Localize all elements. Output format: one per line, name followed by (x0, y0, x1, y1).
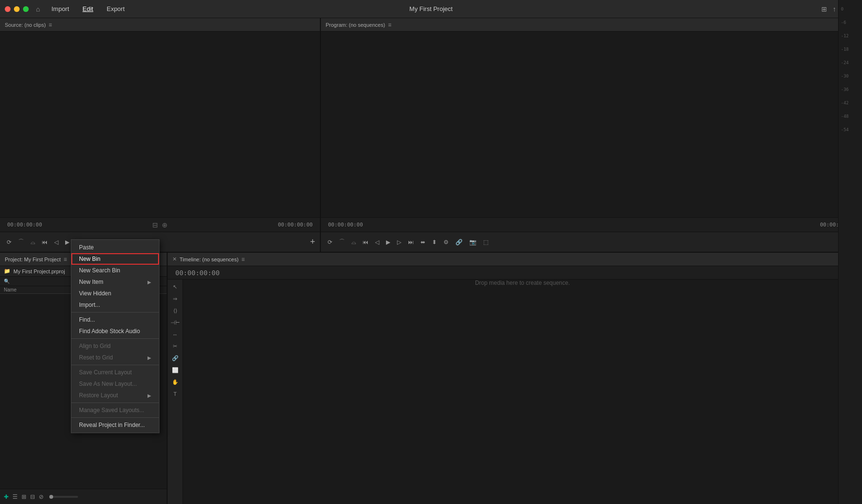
window-title: My First Project (409, 5, 453, 12)
track-select-fwd-tool[interactable]: ⇒ (171, 294, 179, 303)
menu-export[interactable]: Export (105, 4, 127, 13)
menu-import[interactable]: Import (49, 4, 71, 13)
ctx-item-new-item[interactable]: New Item▶ (71, 276, 159, 288)
mark-out-btn[interactable]: ⌓ (29, 238, 37, 246)
prog-loop-btn[interactable]: ⟳ (326, 238, 334, 246)
selection-tool[interactable]: ↖ (171, 282, 179, 291)
project-title: Project: My First Project (5, 257, 61, 262)
menu-edit[interactable]: Edit (80, 4, 95, 13)
minimize-button[interactable] (14, 6, 20, 12)
source-footer: 00:00:00:00 ⊟ ⊕ 00:00:00:00 (0, 217, 320, 232)
title-bar: ⌂ Import Edit Export My First Project ⊞ … (0, 0, 862, 18)
window-controls (5, 6, 29, 12)
prog-mark-out-btn[interactable]: ⌓ (350, 238, 358, 246)
timeline-drop-message: Drop media here to create sequence. (475, 280, 570, 286)
prog-trim-btn[interactable]: ⚙ (442, 238, 451, 246)
program-timecode-left: 00:00:00:00 (328, 222, 363, 228)
prog-mark-in-btn[interactable]: ⌒ (337, 237, 347, 247)
timeline-timecode: 00:00:00:00 (172, 268, 223, 278)
timeline-main-area: Drop media here to create sequence. (183, 280, 862, 504)
ctx-arrow-reset-grid: ▶ (147, 355, 151, 360)
ctx-label-save-new-layout: Save As New Layout... (79, 381, 137, 387)
timeline-menu-icon[interactable]: ≡ (241, 256, 245, 263)
level-meter: 0-6-12-18-24-30-36-42-48-54 (838, 0, 862, 504)
maximize-button[interactable] (23, 6, 29, 12)
size-slider[interactable] (49, 496, 78, 498)
source-menu-icon[interactable]: ≡ (49, 22, 52, 28)
ctx-label-manage-layouts: Manage Saved Layouts... (79, 407, 144, 414)
prog-next-edit-btn[interactable]: ⏭ (406, 238, 416, 246)
prog-step-back-btn[interactable]: ◁ (373, 238, 381, 246)
ctx-item-manage-layouts: Manage Saved Layouts... (71, 404, 159, 416)
ctx-item-paste[interactable]: Paste (71, 242, 159, 253)
ctx-item-save-new-layout: Save As New Layout... (71, 378, 159, 390)
ctx-item-view-hidden[interactable]: View Hidden (71, 288, 159, 299)
ruler-mark-9: -54 (839, 123, 862, 136)
home-icon[interactable]: ⌂ (36, 5, 40, 13)
mark-in-btn[interactable]: ⌒ (16, 237, 26, 247)
prev-edit-btn[interactable]: ⏮ (40, 238, 49, 246)
share-icon[interactable]: ↑ (833, 5, 836, 13)
prog-prev-edit-btn[interactable]: ⏮ (361, 238, 370, 246)
ctx-item-new-bin[interactable]: New Bin (71, 253, 159, 265)
loop-btn[interactable]: ⟳ (5, 238, 13, 246)
col-name: Name (4, 287, 17, 292)
source-panel-header: Source: (no clips) ≡ (0, 18, 320, 32)
new-item-icon[interactable]: ✚ (4, 493, 9, 500)
top-panels: Source: (no clips) ≡ 00:00:00:00 ⊟ ⊕ 00:… (0, 18, 862, 253)
ctx-label-new-item: New Item (79, 279, 103, 285)
freeform-icon[interactable]: ⊟ (30, 493, 35, 500)
prog-step-fwd-btn[interactable]: ▷ (395, 238, 403, 246)
program-menu-icon[interactable]: ≡ (388, 22, 391, 28)
prog-safe-btn[interactable]: ⬚ (481, 238, 490, 246)
prog-camera-btn[interactable]: 📷 (467, 238, 478, 246)
rect-select-tool[interactable]: ⬜ (170, 366, 180, 375)
program-title: Program: (no sequences) (326, 22, 385, 28)
timeline-close-icon[interactable]: ✕ (172, 256, 177, 262)
ruler-mark-5: -30 (839, 69, 862, 83)
source-expand-icon[interactable]: ⊕ (162, 221, 168, 229)
source-resize-icon[interactable]: ⊟ (152, 221, 158, 229)
ctx-label-import: Import... (79, 302, 100, 308)
close-button[interactable] (5, 6, 11, 12)
ctx-item-find[interactable]: Find... (71, 314, 159, 325)
rate-stretch-tool[interactable]: ↔ (171, 330, 179, 339)
grid-view-icon[interactable]: ⊞ (22, 493, 26, 500)
prog-overwrite-btn[interactable]: ⬍ (430, 238, 439, 246)
ctx-arrow-restore-layout: ▶ (147, 393, 151, 398)
slider-thumb[interactable] (49, 495, 53, 499)
program-panel-content (321, 32, 862, 217)
ctx-label-paste: Paste (79, 244, 94, 251)
timeline-header: ✕ Timeline: (no sequences) ≡ (168, 253, 862, 266)
project-file-name: My First Project.prproj (13, 269, 65, 274)
rolling-edit-tool[interactable]: ⊣⊢ (169, 318, 181, 327)
text-tool[interactable]: T (172, 390, 178, 398)
ctx-item-import[interactable]: Import... (71, 299, 159, 311)
project-search-icon: 🔍 (4, 279, 10, 284)
ctx-item-reset-grid: Reset to Grid▶ (71, 352, 159, 363)
link-tool[interactable]: 🔗 (170, 354, 180, 363)
prog-link-btn[interactable]: 🔗 (454, 238, 465, 246)
slider-icon[interactable]: ⊘ (39, 493, 44, 500)
ctx-item-find-stock[interactable]: Find Adobe Stock Audio (71, 325, 159, 337)
prog-insert-btn[interactable]: ⬌ (419, 238, 427, 246)
ctx-label-view-hidden: View Hidden (79, 290, 111, 297)
ctx-arrow-new-item: ▶ (147, 280, 151, 285)
prog-play-btn[interactable]: ▶ (384, 238, 392, 246)
play-btn[interactable]: ▶ (63, 238, 71, 246)
timeline-title: Timeline: (no sequences) (180, 257, 238, 262)
project-menu-icon[interactable]: ≡ (64, 256, 67, 263)
settings-icon[interactable]: ⊞ (821, 5, 827, 13)
list-view-icon[interactable]: ☰ (12, 493, 18, 500)
ctx-item-reveal-finder[interactable]: Reveal Project in Finder... (71, 419, 159, 431)
ripple-edit-tool[interactable]: ⟨⟩ (172, 306, 179, 315)
folder-icon: 📁 (4, 268, 11, 274)
ctx-item-new-search-bin[interactable]: New Search Bin (71, 265, 159, 276)
step-back-btn[interactable]: ◁ (52, 238, 60, 246)
menu-bar: ⌂ Import Edit Export (36, 4, 126, 13)
project-bottom-bar: ✚ ☰ ⊞ ⊟ ⊘ (0, 489, 167, 504)
razor-tool[interactable]: ✂ (171, 342, 179, 351)
hand-tool[interactable]: ✋ (170, 378, 180, 387)
source-add-btn[interactable]: + (310, 237, 315, 247)
ctx-label-reset-grid: Reset to Grid (79, 354, 113, 361)
